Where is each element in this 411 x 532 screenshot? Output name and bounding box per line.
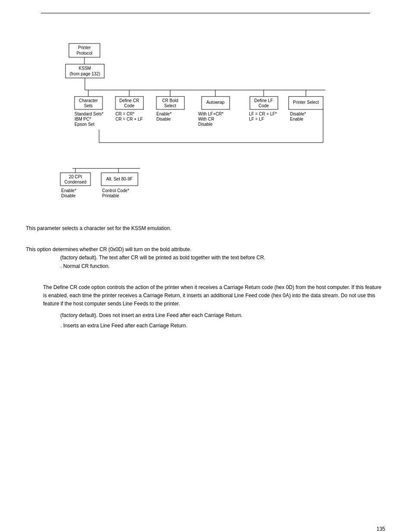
diagram-svg-1: Printer Protocol KSSM (from page 132): [26, 39, 396, 164]
diagram-wrapper-1: Printer Protocol KSSM (from page 132): [26, 39, 396, 164]
svg-text:Printer Select: Printer Select: [293, 100, 319, 105]
svg-text:LF = LF: LF = LF: [249, 117, 264, 121]
desc-para-2: This option determines whether CR (0x0D)…: [26, 246, 385, 271]
svg-text:20 CPI: 20 CPI: [69, 174, 82, 179]
desc-2-item-2: . Normal CR function.: [60, 262, 385, 271]
desc-3-item-2: . Inserts an extra Line Feed after each …: [60, 322, 385, 330]
svg-text:Disable: Disable: [156, 117, 171, 121]
desc-para-1: This parameter selects a character set f…: [26, 224, 385, 233]
svg-text:Printable: Printable: [102, 193, 119, 198]
svg-text:Autowrap: Autowrap: [206, 100, 225, 105]
page-container: Printer Protocol KSSM (from page 132): [0, 13, 411, 532]
svg-text:Alt. Set 80-9F: Alt. Set 80-9F: [106, 177, 132, 181]
svg-text:CR Bold: CR Bold: [162, 98, 178, 103]
svg-text:Enable: Enable: [290, 117, 304, 121]
desc-2-item-1: (factory default). The text after CR wil…: [60, 254, 385, 262]
svg-text:With CR: With CR: [198, 117, 214, 121]
desc-1-text: This parameter selects a character set f…: [26, 225, 171, 231]
desc-3-intro: The Define CR code option controls the a…: [43, 283, 385, 308]
diagram-svg-2: 20 CPI Condensed Alt. Set 80-9F Enable* …: [26, 164, 241, 212]
svg-text:Epson Set: Epson Set: [75, 122, 94, 127]
desc-section: This parameter selects a character set f…: [26, 224, 385, 330]
desc-para-3: The Define CR code option controls the a…: [26, 283, 385, 330]
svg-text:With LF+CR*: With LF+CR*: [198, 112, 224, 116]
svg-text:Standard Sets*: Standard Sets*: [75, 112, 103, 116]
svg-text:Enable*: Enable*: [156, 112, 171, 116]
desc-2-intro: This option determines whether CR (0x0D)…: [26, 246, 191, 252]
diagram-section-2: 20 CPI Condensed Alt. Set 80-9F Enable* …: [26, 164, 385, 212]
svg-text:Protocol: Protocol: [77, 51, 93, 56]
page-number: 135: [377, 526, 385, 532]
svg-text:Disable*: Disable*: [290, 112, 306, 116]
svg-text:Select: Select: [164, 103, 176, 108]
svg-text:IBM PC*: IBM PC*: [75, 117, 91, 121]
svg-text:Code: Code: [258, 103, 269, 108]
svg-text:(from page 132): (from page 132): [69, 72, 100, 76]
svg-text:CR = CR*: CR = CR*: [115, 112, 134, 116]
svg-text:Code: Code: [124, 103, 134, 108]
content-area: Printer Protocol KSSM (from page 132): [0, 13, 411, 356]
svg-text:Define CR: Define CR: [119, 98, 139, 103]
svg-text:Disable: Disable: [198, 122, 213, 127]
svg-text:Condensed: Condensed: [64, 180, 86, 184]
svg-text:Printer: Printer: [78, 45, 91, 50]
svg-text:LF = CR + LF*: LF = CR + LF*: [249, 112, 277, 116]
svg-text:Enable*: Enable*: [61, 188, 76, 193]
svg-text:Disable: Disable: [61, 193, 76, 198]
diagram-section-1: Printer Protocol KSSM (from page 132): [26, 39, 385, 164]
svg-text:Define LF: Define LF: [254, 98, 273, 103]
svg-text:CR = CR + LF: CR = CR + LF: [115, 117, 143, 121]
svg-text:Sets: Sets: [84, 103, 93, 108]
svg-text:Control Code*: Control Code*: [102, 188, 129, 193]
svg-text:Character: Character: [79, 98, 98, 103]
svg-text:KSSM: KSSM: [79, 66, 91, 71]
desc-3-item-1: (factory default). Does not insert an ex…: [60, 311, 385, 320]
diagram-wrapper-2: 20 CPI Condensed Alt. Set 80-9F Enable* …: [26, 164, 241, 212]
